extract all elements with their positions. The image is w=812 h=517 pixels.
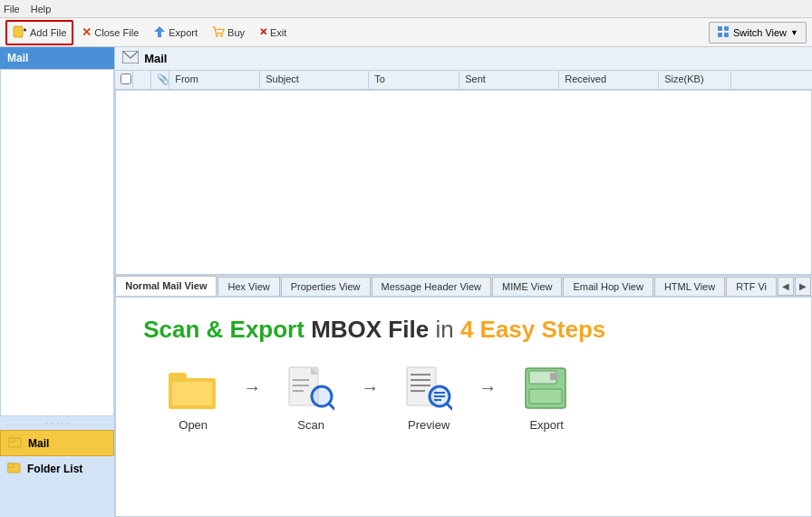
promo-easy-steps: 4 Easy Steps (460, 316, 605, 343)
switch-view-icon (717, 25, 730, 40)
content-area: Scan & Export MBOX File in 4 Easy Steps (115, 297, 812, 518)
svg-rect-6 (718, 26, 722, 31)
tab-email-hop-view[interactable]: Email Hop View (563, 277, 652, 296)
col-to-header: To (369, 71, 459, 89)
table-header: 📎 From Subject To Sent Received Size(KB) (115, 71, 812, 90)
svg-point-4 (216, 34, 218, 37)
scan-icon (287, 366, 334, 413)
svg-rect-9 (724, 33, 729, 37)
main-container: Mail · · · · · Mail (0, 47, 812, 517)
svg-marker-3 (154, 26, 165, 37)
step-export: Export (506, 366, 587, 432)
arrow-1: → (243, 377, 261, 398)
arrow-2: → (361, 377, 379, 398)
preview-icon (405, 366, 452, 413)
col-check (115, 71, 133, 89)
col-received-header: Received (559, 71, 659, 89)
tab-mime-view[interactable]: MIME View (492, 277, 562, 296)
svg-line-25 (329, 404, 334, 409)
tab-scroll-right[interactable]: ▶ (795, 277, 811, 296)
svg-rect-13 (7, 463, 14, 467)
left-panel-dots: · · · · · (0, 416, 114, 430)
svg-rect-39 (529, 389, 562, 404)
svg-line-35 (447, 404, 452, 409)
tab-scroll-left[interactable]: ◀ (778, 277, 794, 296)
menu-file[interactable]: File (4, 4, 20, 15)
svg-rect-8 (718, 33, 722, 37)
steps-row: Open → (143, 366, 784, 432)
switch-view-button[interactable]: Switch View ▼ (709, 22, 807, 44)
svg-rect-0 (14, 26, 23, 37)
left-panel-title: Mail (0, 47, 114, 69)
folder-list-icon (7, 461, 22, 476)
step-preview: Preview (388, 366, 469, 432)
col-from-header: From (169, 71, 260, 89)
svg-rect-7 (724, 26, 729, 31)
svg-point-5 (220, 34, 223, 37)
step-open: Open (152, 366, 234, 432)
open-icon (167, 366, 219, 413)
chevron-down-icon: ▼ (790, 28, 798, 37)
step-open-label: Open (179, 418, 208, 432)
col-icon (133, 71, 151, 89)
export-button[interactable]: Export (147, 22, 204, 44)
col-subject-header: Subject (260, 71, 369, 89)
add-file-icon (13, 24, 27, 41)
left-panel: Mail · · · · · Mail (0, 47, 115, 517)
add-file-button[interactable]: Add File (5, 20, 73, 45)
step-scan: Scan (270, 366, 352, 432)
left-panel-content (0, 69, 114, 416)
exit-button[interactable]: ✕ Exit (253, 23, 293, 42)
menu-bar: File Help (0, 0, 812, 18)
tab-hex-view[interactable]: Hex View (218, 277, 279, 296)
col-attach: 📎 (151, 71, 169, 89)
cart-icon (212, 25, 225, 40)
step-scan-label: Scan (297, 418, 324, 432)
exit-icon: ✕ (259, 26, 267, 38)
nav-folder-list[interactable]: Folder List (0, 456, 114, 481)
close-file-button[interactable]: ✕ Close File (75, 22, 145, 43)
menu-help[interactable]: Help (31, 4, 52, 15)
mail-list (115, 90, 812, 275)
promo-mbox-file: MBOX File (311, 316, 429, 343)
left-panel-footer: Mail Folder List (0, 430, 114, 517)
step-export-label: Export (529, 418, 564, 432)
nav-mail[interactable]: Mail (0, 430, 114, 456)
svg-rect-17 (172, 382, 212, 405)
col-sent-header: Sent (459, 71, 559, 89)
tabs-bar: Normal Mail View Hex View Properties Vie… (115, 275, 812, 297)
tab-normal-mail-view[interactable]: Normal Mail View (115, 276, 217, 296)
col-size-header: Size(KB) (659, 71, 731, 89)
buy-button[interactable]: Buy (206, 22, 251, 44)
promo-in: in (435, 316, 453, 343)
toolbar: Add File ✕ Close File Export Buy ✕ Exit (0, 18, 812, 47)
right-panel: Mail 📎 From Subject To Sent Received Siz… (115, 47, 812, 517)
select-all-checkbox[interactable] (121, 73, 131, 84)
export-icon (153, 25, 166, 40)
mail-folder-icon (8, 435, 23, 451)
svg-rect-11 (8, 438, 14, 442)
close-file-icon: ✕ (82, 25, 92, 39)
export-icon-step (523, 366, 570, 413)
promo-title: Scan & Export MBOX File in 4 Easy Steps (143, 316, 605, 344)
tab-properties-view[interactable]: Properties View (281, 277, 371, 296)
svg-rect-38 (550, 373, 557, 380)
step-preview-label: Preview (408, 418, 450, 432)
tab-message-header-view[interactable]: Message Header View (372, 277, 491, 296)
mail-header-icon (122, 51, 139, 66)
nav-mail-label: Mail (28, 437, 49, 450)
tab-rtf-view[interactable]: RTF Vi (726, 277, 777, 296)
arrow-3: → (478, 377, 497, 398)
mail-header: Mail (115, 47, 812, 71)
tab-html-view[interactable]: HTML View (654, 277, 725, 296)
promo-scan-export: Scan & Export (143, 316, 304, 343)
nav-folder-list-label: Folder List (27, 463, 82, 475)
mail-panel-title: Mail (144, 52, 167, 65)
